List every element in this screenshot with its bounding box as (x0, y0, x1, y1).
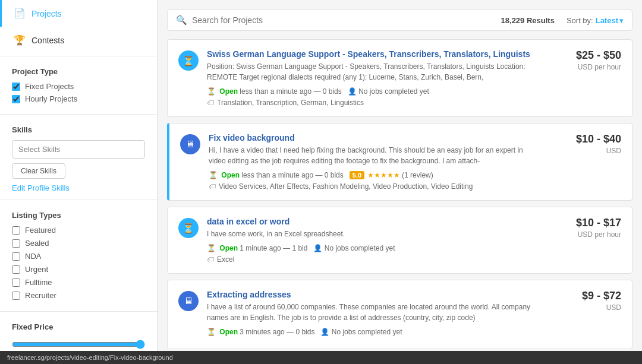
edit-profile-link[interactable]: Edit Profile Skills (12, 183, 70, 192)
job-type-icon: 🖥 (178, 291, 199, 311)
job-body: Fix video background Hi, I have a video … (209, 133, 542, 191)
job-time: less than a minute ago — 0 bids (240, 87, 341, 96)
stars: ★★★★★ (367, 171, 400, 179)
job-card: ⏳ Swiss German Language Support - Speake… (167, 39, 632, 117)
clear-skills-button[interactable]: Clear Skills (12, 163, 65, 179)
project-type-option[interactable]: Hourly Projects (12, 94, 145, 103)
project-type-checkbox[interactable] (12, 95, 20, 103)
job-time-meta: ⏳ Open less than a minute ago — 0 bids (207, 87, 342, 96)
listing-type-checkbox[interactable] (12, 252, 20, 261)
job-title[interactable]: data in excel or word (207, 217, 542, 226)
listing-type-checkbox[interactable] (12, 226, 20, 235)
job-rating: 👤 No jobs completed yet (320, 328, 402, 336)
hourglass-icon: ⏳ (207, 244, 216, 252)
job-time-meta: ⏳ Open 1 minute ago — 1 bid (207, 244, 307, 252)
no-jobs-label: 👤 No jobs completed yet (348, 87, 429, 96)
sidebar: 📄Projects🏆Contests Project Type Fixed Pr… (0, 0, 158, 364)
project-type-checkbox[interactable] (12, 83, 20, 91)
sort-row: Sort by: Latest ▾ (567, 16, 624, 25)
job-price: $25 - $50 USD per hour (550, 49, 621, 71)
job-card: ⏳ data in excel or word I have some work… (167, 207, 632, 274)
job-time-meta: ⏳ Open 3 minutes ago — 0 bids (207, 328, 314, 336)
listing-type-checkbox[interactable] (12, 265, 20, 274)
project-type-option-label: Hourly Projects (25, 94, 77, 103)
hourglass-icon: ⏳ (209, 171, 218, 179)
listing-type-label: Urgent (25, 265, 48, 274)
job-rating: 5.0★★★★★(1 review) (350, 171, 433, 179)
tag-icon: 🏷 (209, 182, 216, 191)
listing-type-option[interactable]: Featured (12, 226, 145, 235)
no-jobs-label: 👤 No jobs completed yet (320, 328, 402, 336)
job-body: Swiss German Language Support - Speakers… (207, 49, 542, 107)
sidebar-nav-item-contests[interactable]: 🏆Contests (0, 27, 157, 53)
open-badge: Open (221, 171, 240, 179)
job-title[interactable]: Swiss German Language Support - Speakers… (207, 49, 542, 59)
nav-label: Projects (32, 9, 62, 18)
skills-input[interactable] (12, 140, 145, 159)
listing-type-checkbox[interactable] (12, 278, 20, 287)
job-tags: 🏷Video Services, After Effects, Fashion … (209, 182, 542, 191)
tag-icon: 🏷 (207, 99, 214, 107)
listing-type-label: Featured (25, 226, 56, 235)
job-description: I have some work, in an Excel spreadshee… (207, 229, 542, 239)
job-time-meta: ⏳ Open less than a minute ago — 0 bids (209, 171, 344, 179)
job-tags: 🏷Excel (207, 255, 542, 264)
search-icon: 🔍 (176, 15, 187, 26)
listing-type-checkbox[interactable] (12, 292, 20, 300)
skills-section: Skills Clear Skills Edit Profile Skills (0, 117, 157, 197)
job-description: I have a list of around 60,000 companies… (207, 302, 542, 323)
job-price: $9 - $72 USD (550, 290, 621, 312)
tag-icon: 🏷 (207, 255, 214, 264)
listing-type-label: NDA (25, 252, 41, 261)
listing-type-option[interactable]: NDA (12, 252, 145, 261)
skills-title: Skills (12, 125, 145, 134)
job-title[interactable]: Extracting addresses (207, 290, 542, 299)
listing-type-option[interactable]: Recruiter (12, 291, 145, 300)
sort-label: Sort by: (567, 16, 593, 25)
job-time: less than a minute ago — 0 bids (241, 171, 343, 179)
job-type-icon: ⏳ (178, 50, 199, 71)
job-body: Extracting addresses I have a list of ar… (207, 290, 542, 339)
job-title[interactable]: Fix video background (209, 133, 542, 143)
job-card: 🖥 Fix video background Hi, I have a vide… (167, 123, 632, 201)
chevron-down-icon: ▾ (619, 16, 624, 25)
listing-type-label: Recruiter (25, 291, 56, 300)
price-unit: USD (550, 303, 621, 312)
job-price: $10 - $17 USD per hour (550, 217, 621, 239)
fixed-price-title: Fixed Price (12, 322, 145, 331)
nav-icon: 📄 (14, 8, 26, 19)
project-type-option[interactable]: Fixed Projects (12, 82, 145, 91)
listing-type-option[interactable]: Urgent (12, 265, 145, 274)
listing-type-option[interactable]: Fulltime (12, 278, 145, 287)
listing-types-section: Listing Types Featured Sealed NDA Urgent… (0, 202, 157, 309)
job-type-icon: ⏳ (178, 218, 199, 238)
job-rating: 👤 No jobs completed yet (348, 87, 429, 96)
rating-badge: 5.0 (350, 171, 364, 179)
tag-list: Video Services, After Effects, Fashion M… (219, 182, 473, 191)
open-badge: Open (219, 328, 238, 336)
price-range: $10 - $17 (550, 217, 621, 229)
fixed-price-slider[interactable] (12, 340, 145, 349)
review-count: (1 review) (402, 171, 433, 179)
price-range: $10 - $40 (550, 133, 621, 145)
sidebar-nav-item-projects[interactable]: 📄Projects (0, 0, 157, 27)
sidebar-divider (0, 56, 157, 56)
price-range: $25 - $50 (550, 49, 621, 62)
listing-type-label: Fulltime (25, 278, 52, 287)
search-input[interactable] (192, 15, 492, 25)
tag-list: Excel (217, 255, 234, 264)
job-card: 🖥 Extracting addresses I have a list of … (167, 280, 632, 349)
price-range: $9 - $72 (550, 290, 621, 302)
listing-type-checkbox[interactable] (12, 239, 20, 248)
job-meta: ⏳ Open less than a minute ago — 0 bids 👤… (207, 87, 542, 96)
job-rating: 👤 No jobs completed yet (313, 244, 395, 252)
listing-type-option[interactable]: Sealed (12, 239, 145, 248)
job-description: Hi, I have a video that I need help fixi… (209, 145, 542, 166)
job-tags: 🏷Translation, Transcription, German, Lin… (207, 99, 542, 107)
job-type-icon: 🖥 (180, 134, 200, 154)
main-content: 🔍 18,229 Results Sort by: Latest ▾ ⏳ Swi… (158, 0, 642, 364)
sort-value[interactable]: Latest (596, 16, 618, 25)
job-meta: ⏳ Open 3 minutes ago — 0 bids 👤 No jobs … (207, 328, 542, 336)
price-unit: USD per hour (550, 63, 621, 71)
hourglass-icon: ⏳ (207, 328, 216, 336)
